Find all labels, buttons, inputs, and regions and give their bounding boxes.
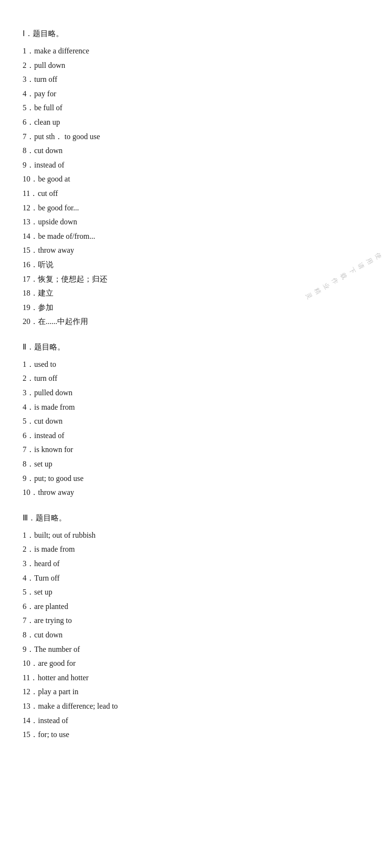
list-item: 7．are trying to (23, 613, 362, 628)
list-item: 7．put sth． to good use (23, 130, 362, 144)
list-item: 6．instead of (23, 428, 362, 443)
list-item: 13．make a difference; lead to (23, 699, 362, 713)
list-item: 8．cut down (23, 143, 362, 158)
list-item: 1．built; out of rubbish (23, 528, 362, 543)
list-item: 16．听说 (23, 258, 362, 272)
list-item: 2．is made from (23, 542, 362, 557)
list-item: 2．pull down (23, 58, 362, 73)
list-item: 9．instead of (23, 158, 362, 172)
list-item: 6．are planted (23, 599, 362, 614)
list-item: 9．The number of (23, 642, 362, 657)
list-item: 14．be made of/from... (23, 229, 362, 244)
list-item: 20．在......中起作用 (23, 314, 362, 329)
list-item: 18．建立 (23, 286, 362, 300)
list-item: 3．pulled down (23, 386, 362, 400)
list-item: 11．hotter and hotter (23, 671, 362, 685)
list-item: 11．cut off (23, 186, 362, 201)
list-item: 3．turn off (23, 72, 362, 87)
list-item: 8．set up (23, 457, 362, 471)
list-item: 6．clean up (23, 115, 362, 130)
list-item: 12．play a part in (23, 685, 362, 699)
list-item: 5．set up (23, 585, 362, 599)
list-item: 12．be good for... (23, 201, 362, 215)
list-item: 8．cut down (23, 628, 362, 642)
list-item: 19．参加 (23, 300, 362, 315)
list-item: 1．used to (23, 357, 362, 372)
list-item: 7．is known for (23, 442, 362, 457)
section-title-3: Ⅲ．题目略。 (23, 513, 362, 523)
list-item: 10．throw away (23, 485, 362, 500)
list-item: 17．恢复；使想起；归还 (23, 272, 362, 286)
list-item: 14．instead of (23, 713, 362, 728)
list-item: 15．throw away (23, 243, 362, 258)
list-item: 1．make a difference (23, 44, 362, 58)
section-title-2: Ⅱ．题目略。 (23, 342, 362, 352)
list-item: 9．put; to good use (23, 471, 362, 486)
list-item: 5．cut down (23, 414, 362, 428)
list-item: 4．is made from (23, 400, 362, 415)
section-2: Ⅱ．题目略。1．used to2．turn off3．pulled down4．… (23, 342, 362, 500)
section-title-1: Ⅰ．题目略。 (23, 29, 362, 39)
list-item: 10．be good at (23, 172, 362, 186)
list-item: 3．heard of (23, 557, 362, 571)
content: Ⅰ．题目略。1．make a difference2．pull down3．tu… (23, 29, 362, 742)
list-item: 5．be full of (23, 101, 362, 115)
list-item: 4．Turn off (23, 571, 362, 585)
list-item: 10．are good for (23, 656, 362, 671)
section-3: Ⅲ．题目略。1．built; out of rubbish2．is made f… (23, 513, 362, 742)
list-item: 13．upside down (23, 215, 362, 229)
list-item: 4．pay for (23, 87, 362, 101)
section-1: Ⅰ．题目略。1．make a difference2．pull down3．tu… (23, 29, 362, 329)
list-item: 2．turn off (23, 371, 362, 386)
list-item: 15．for; to use (23, 727, 362, 742)
